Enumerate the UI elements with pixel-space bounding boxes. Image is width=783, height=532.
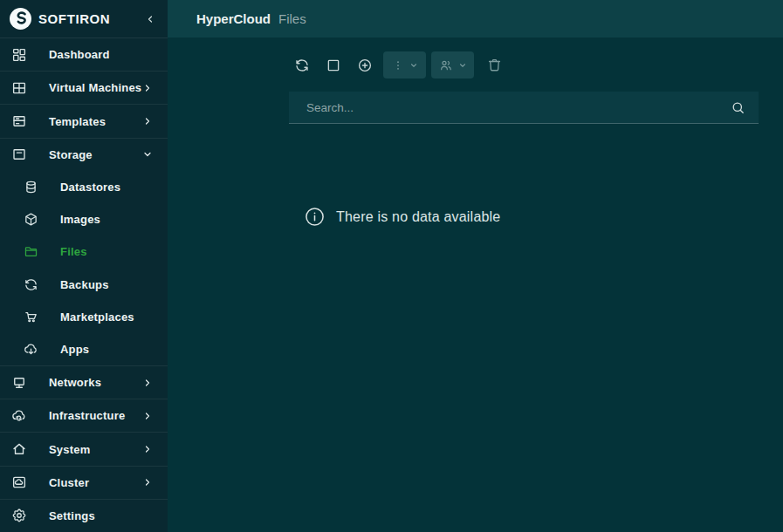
search-bar [289, 92, 759, 124]
ownership-dropdown-button[interactable] [431, 51, 474, 78]
sidebar-item-virtual-machines[interactable]: Virtual Machines [0, 71, 168, 104]
sidebar-item-dashboard[interactable]: Dashboard [0, 38, 168, 71]
search-icon[interactable] [731, 100, 745, 115]
sidebar-item-label: Cluster [49, 476, 89, 489]
main-area: HyperCloud Files [168, 0, 783, 532]
sidebar-item-label: Networks [49, 376, 101, 389]
sidebar-item-label: Settings [49, 509, 95, 522]
toolbar [294, 51, 503, 79]
system-icon [11, 441, 27, 457]
refresh-icon [294, 58, 310, 73]
delete-button[interactable] [485, 57, 503, 74]
templates-icon [11, 113, 27, 129]
sidebar-nav: Dashboard Virtual Machines Templates [0, 38, 168, 532]
chevron-right-icon [142, 477, 153, 488]
sidebar-item-label: Virtual Machines [49, 81, 141, 94]
sidebar-item-label: Files [60, 245, 87, 258]
sidebar-logo-bar: SOFTIRON [0, 0, 168, 38]
files-icon [24, 244, 38, 259]
square-icon [326, 58, 341, 73]
sidebar-item-settings[interactable]: Settings [0, 499, 168, 532]
sidebar-item-storage[interactable]: Storage [0, 138, 168, 171]
chevron-right-icon [142, 378, 153, 388]
infrastructure-icon [11, 408, 27, 424]
trash-icon [486, 57, 503, 73]
brand-name: SOFTIRON [38, 11, 110, 26]
actions-dropdown-button[interactable] [383, 51, 426, 78]
sidebar-item-label: Templates [49, 115, 106, 128]
refresh-button[interactable] [294, 58, 310, 73]
backups-icon [24, 277, 38, 292]
sidebar-item-datastores[interactable]: Datastores [0, 171, 168, 203]
virtual-machines-icon [11, 80, 27, 96]
sidebar-item-system[interactable]: System [0, 432, 168, 465]
app-window: SOFTIRON Dashboard Virtual Machines [0, 0, 783, 532]
sidebar-item-label: Marketplaces [60, 310, 134, 324]
sidebar-item-backups[interactable]: Backups [0, 268, 168, 300]
chevron-right-icon [142, 83, 153, 93]
breadcrumb-app-title: HyperCloud [196, 11, 271, 26]
chevron-down-icon [409, 61, 418, 70]
search-input[interactable] [289, 101, 731, 114]
sidebar-item-label: Apps [60, 343, 89, 356]
breadcrumb: HyperCloud Files [168, 0, 783, 38]
plus-circle-icon [357, 58, 373, 73]
chevron-down-icon [142, 149, 153, 160]
sidebar-item-label: Backups [60, 278, 109, 291]
dashboard-icon [11, 47, 27, 63]
softiron-logo-icon [9, 7, 32, 31]
sidebar-item-cluster[interactable]: Cluster [0, 466, 168, 499]
add-button[interactable] [357, 58, 373, 73]
sidebar-item-apps[interactable]: Apps [0, 333, 168, 365]
chevron-right-icon [142, 116, 153, 126]
sidebar-item-label: System [49, 443, 90, 456]
users-icon [439, 58, 453, 72]
sidebar-item-marketplaces[interactable]: Marketplaces [0, 301, 168, 333]
cluster-icon [11, 474, 27, 490]
apps-icon [24, 342, 38, 357]
breadcrumb-page-title: Files [278, 11, 306, 26]
sidebar-collapse-button[interactable] [145, 14, 155, 24]
storage-icon [11, 147, 27, 162]
sidebar-item-label: Storage [49, 148, 93, 161]
sidebar-item-infrastructure[interactable]: Infrastructure [0, 399, 168, 432]
ellipsis-vertical-icon [392, 59, 404, 72]
sidebar-item-networks[interactable]: Networks [0, 365, 168, 399]
datastores-icon [24, 180, 38, 194]
empty-state-message: There is no data available [336, 209, 500, 225]
sidebar-item-label: Images [60, 213, 100, 226]
sidebar-item-label: Datastores [60, 181, 120, 194]
content-area: There is no data available [168, 38, 783, 532]
marketplaces-icon [24, 310, 38, 324]
sidebar-item-label: Dashboard [49, 48, 110, 61]
networks-icon [11, 375, 27, 391]
info-icon [305, 207, 325, 227]
sidebar-item-images[interactable]: Images [0, 203, 168, 235]
sidebar-item-label: Infrastructure [49, 409, 125, 422]
sidebar-item-templates[interactable]: Templates [0, 104, 168, 137]
empty-state: There is no data available [305, 207, 500, 227]
select-all-button[interactable] [326, 58, 341, 73]
chevron-down-icon [458, 61, 467, 70]
sidebar: SOFTIRON Dashboard Virtual Machines [0, 0, 168, 532]
images-icon [24, 212, 38, 227]
settings-icon [11, 508, 27, 523]
chevron-left-icon [145, 14, 155, 24]
sidebar-item-files[interactable]: Files [0, 235, 168, 268]
chevron-right-icon [142, 444, 153, 454]
chevron-right-icon [142, 411, 153, 421]
